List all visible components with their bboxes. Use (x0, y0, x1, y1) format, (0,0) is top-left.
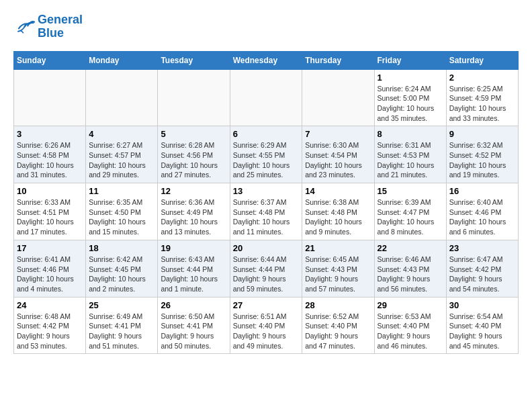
calendar-cell: 29Sunrise: 6:53 AM Sunset: 4:40 PM Dayli… (374, 297, 446, 354)
day-number: 27 (233, 300, 300, 310)
column-header-friday: Friday (374, 51, 446, 69)
day-number: 16 (449, 186, 515, 196)
day-info: Sunrise: 6:45 AM Sunset: 4:43 PM Dayligh… (305, 255, 371, 294)
day-number: 24 (17, 300, 83, 310)
day-info: Sunrise: 6:28 AM Sunset: 4:56 PM Dayligh… (161, 140, 226, 180)
day-info: Sunrise: 6:44 AM Sunset: 4:44 PM Dayligh… (233, 255, 300, 294)
column-header-wednesday: Wednesday (230, 51, 302, 69)
calendar-cell (86, 69, 158, 126)
day-number: 5 (161, 129, 226, 139)
calendar-cell: 7Sunrise: 6:30 AM Sunset: 4:54 PM Daylig… (302, 126, 374, 183)
calendar-cell (158, 69, 230, 126)
day-info: Sunrise: 6:41 AM Sunset: 4:46 PM Dayligh… (17, 255, 83, 294)
calendar-cell: 1Sunrise: 6:24 AM Sunset: 5:00 PM Daylig… (374, 69, 446, 126)
day-number: 13 (233, 186, 300, 196)
day-number: 26 (161, 300, 226, 310)
day-number: 20 (233, 243, 300, 253)
day-number: 22 (378, 243, 443, 253)
calendar-cell: 22Sunrise: 6:46 AM Sunset: 4:43 PM Dayli… (374, 240, 446, 297)
calendar-cell: 17Sunrise: 6:41 AM Sunset: 4:46 PM Dayli… (14, 240, 86, 297)
day-number: 9 (449, 129, 515, 139)
calendar-cell: 13Sunrise: 6:37 AM Sunset: 4:48 PM Dayli… (230, 183, 302, 240)
day-info: Sunrise: 6:49 AM Sunset: 4:41 PM Dayligh… (89, 312, 154, 351)
calendar-cell: 16Sunrise: 6:40 AM Sunset: 4:46 PM Dayli… (446, 183, 518, 240)
calendar-cell: 19Sunrise: 6:43 AM Sunset: 4:44 PM Dayli… (158, 240, 230, 297)
calendar-cell: 20Sunrise: 6:44 AM Sunset: 4:44 PM Dayli… (230, 240, 302, 297)
column-header-monday: Monday (86, 51, 158, 69)
day-info: Sunrise: 6:35 AM Sunset: 4:50 PM Dayligh… (89, 197, 154, 237)
day-number: 3 (17, 129, 83, 139)
calendar-cell: 12Sunrise: 6:36 AM Sunset: 4:49 PM Dayli… (158, 183, 230, 240)
day-info: Sunrise: 6:53 AM Sunset: 4:40 PM Dayligh… (378, 312, 443, 351)
column-header-thursday: Thursday (302, 51, 374, 69)
calendar-cell: 26Sunrise: 6:50 AM Sunset: 4:41 PM Dayli… (158, 297, 230, 354)
day-info: Sunrise: 6:24 AM Sunset: 5:00 PM Dayligh… (378, 84, 443, 124)
day-number: 14 (305, 186, 371, 196)
column-header-sunday: Sunday (14, 51, 86, 69)
day-number: 1 (378, 73, 443, 83)
calendar-cell: 18Sunrise: 6:42 AM Sunset: 4:45 PM Dayli… (86, 240, 158, 297)
calendar-cell: 5Sunrise: 6:28 AM Sunset: 4:56 PM Daylig… (158, 126, 230, 183)
calendar-cell: 15Sunrise: 6:39 AM Sunset: 4:47 PM Dayli… (374, 183, 446, 240)
day-info: Sunrise: 6:36 AM Sunset: 4:49 PM Dayligh… (161, 197, 226, 237)
calendar-cell: 25Sunrise: 6:49 AM Sunset: 4:41 PM Dayli… (86, 297, 158, 354)
day-info: Sunrise: 6:39 AM Sunset: 4:47 PM Dayligh… (378, 197, 443, 237)
day-info: Sunrise: 6:42 AM Sunset: 4:45 PM Dayligh… (89, 255, 154, 294)
calendar-cell: 24Sunrise: 6:48 AM Sunset: 4:42 PM Dayli… (14, 297, 86, 354)
calendar-cell: 9Sunrise: 6:32 AM Sunset: 4:52 PM Daylig… (446, 126, 518, 183)
week-row-5: 24Sunrise: 6:48 AM Sunset: 4:42 PM Dayli… (14, 297, 519, 354)
week-row-4: 17Sunrise: 6:41 AM Sunset: 4:46 PM Dayli… (14, 240, 519, 297)
logo-text: General Blue (38, 13, 83, 40)
day-info: Sunrise: 6:31 AM Sunset: 4:53 PM Dayligh… (378, 140, 443, 180)
page-header: General Blue (13, 13, 519, 40)
day-info: Sunrise: 6:40 AM Sunset: 4:46 PM Dayligh… (449, 197, 515, 237)
week-row-3: 10Sunrise: 6:33 AM Sunset: 4:51 PM Dayli… (14, 183, 519, 240)
calendar-cell: 23Sunrise: 6:47 AM Sunset: 4:42 PM Dayli… (446, 240, 518, 297)
day-number: 10 (17, 186, 83, 196)
day-info: Sunrise: 6:47 AM Sunset: 4:42 PM Dayligh… (449, 255, 515, 294)
day-info: Sunrise: 6:43 AM Sunset: 4:44 PM Dayligh… (161, 255, 226, 294)
week-row-1: 1Sunrise: 6:24 AM Sunset: 5:00 PM Daylig… (14, 69, 519, 126)
day-info: Sunrise: 6:30 AM Sunset: 4:54 PM Dayligh… (305, 140, 371, 180)
calendar-cell: 11Sunrise: 6:35 AM Sunset: 4:50 PM Dayli… (86, 183, 158, 240)
day-info: Sunrise: 6:29 AM Sunset: 4:55 PM Dayligh… (233, 140, 300, 180)
calendar-cell: 27Sunrise: 6:51 AM Sunset: 4:40 PM Dayli… (230, 297, 302, 354)
calendar-cell: 2Sunrise: 6:25 AM Sunset: 4:59 PM Daylig… (446, 69, 518, 126)
logo: General Blue (13, 13, 83, 40)
calendar-cell: 10Sunrise: 6:33 AM Sunset: 4:51 PM Dayli… (14, 183, 86, 240)
calendar-cell: 3Sunrise: 6:26 AM Sunset: 4:58 PM Daylig… (14, 126, 86, 183)
day-number: 12 (161, 186, 226, 196)
column-header-saturday: Saturday (446, 51, 518, 69)
day-number: 7 (305, 129, 371, 139)
day-number: 8 (378, 129, 443, 139)
day-info: Sunrise: 6:38 AM Sunset: 4:48 PM Dayligh… (305, 197, 371, 237)
day-info: Sunrise: 6:52 AM Sunset: 4:40 PM Dayligh… (305, 312, 371, 351)
week-row-2: 3Sunrise: 6:26 AM Sunset: 4:58 PM Daylig… (14, 126, 519, 183)
calendar-cell: 6Sunrise: 6:29 AM Sunset: 4:55 PM Daylig… (230, 126, 302, 183)
day-info: Sunrise: 6:54 AM Sunset: 4:40 PM Dayligh… (449, 312, 515, 351)
calendar-cell: 21Sunrise: 6:45 AM Sunset: 4:43 PM Dayli… (302, 240, 374, 297)
day-number: 21 (305, 243, 371, 253)
day-number: 23 (449, 243, 515, 253)
day-info: Sunrise: 6:37 AM Sunset: 4:48 PM Dayligh… (233, 197, 300, 237)
day-info: Sunrise: 6:25 AM Sunset: 4:59 PM Dayligh… (449, 84, 515, 124)
calendar-cell (14, 69, 86, 126)
day-info: Sunrise: 6:27 AM Sunset: 4:57 PM Dayligh… (89, 140, 154, 180)
day-number: 18 (89, 243, 154, 253)
day-number: 30 (449, 300, 515, 310)
logo-icon (13, 17, 35, 36)
day-info: Sunrise: 6:33 AM Sunset: 4:51 PM Dayligh… (17, 197, 83, 237)
calendar-cell (302, 69, 374, 126)
day-number: 2 (449, 73, 515, 83)
day-number: 29 (378, 300, 443, 310)
calendar-header-row: SundayMondayTuesdayWednesdayThursdayFrid… (14, 51, 519, 69)
calendar-cell: 14Sunrise: 6:38 AM Sunset: 4:48 PM Dayli… (302, 183, 374, 240)
calendar-table: SundayMondayTuesdayWednesdayThursdayFrid… (13, 51, 519, 355)
day-number: 6 (233, 129, 300, 139)
calendar-cell: 28Sunrise: 6:52 AM Sunset: 4:40 PM Dayli… (302, 297, 374, 354)
day-info: Sunrise: 6:26 AM Sunset: 4:58 PM Dayligh… (17, 140, 83, 180)
calendar-cell: 4Sunrise: 6:27 AM Sunset: 4:57 PM Daylig… (86, 126, 158, 183)
day-info: Sunrise: 6:48 AM Sunset: 4:42 PM Dayligh… (17, 312, 83, 351)
day-info: Sunrise: 6:32 AM Sunset: 4:52 PM Dayligh… (449, 140, 515, 180)
day-number: 11 (89, 186, 154, 196)
